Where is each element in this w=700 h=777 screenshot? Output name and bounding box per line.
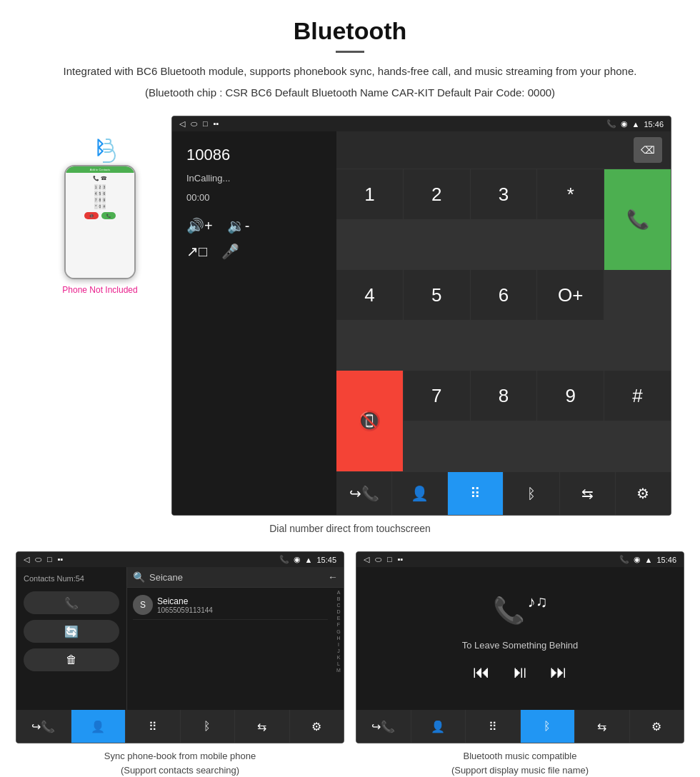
call-button[interactable]: 📞 [24, 591, 119, 614]
contacts-body: Contacts Num:54 📞 🔄 🗑 🔍 Seicane ← [16, 567, 344, 710]
call-answer-button[interactable]: 📞 [604, 169, 671, 270]
c-wifi-icon: ▲ [305, 556, 313, 564]
main-content: ᛒ Add to Contacts 📞 ☎ 1 2 3 [0, 109, 700, 777]
contact-avatar: S [133, 595, 153, 615]
volume-up-button[interactable]: 🔊+ [186, 217, 213, 234]
ct-keypad[interactable]: ⠿ [126, 710, 180, 743]
page-description: Integrated with BC6 Bluetooth module, su… [43, 63, 657, 80]
toolbar-contacts[interactable]: 👤 [392, 472, 447, 515]
sync-button[interactable]: 🔄 [24, 620, 119, 643]
ct-bluetooth[interactable]: ᛒ [181, 710, 235, 743]
contact-item-seicane[interactable]: S Seicane 10655059113144 [133, 591, 328, 620]
music-status-left: ◁ ⬭ □ ▪▪ [364, 555, 403, 564]
toolbar-keypad[interactable]: ⠿ [448, 472, 503, 515]
contacts-status-right: 📞 ◉ ▲ 15:45 [279, 555, 336, 564]
phone-key-4: 4 [94, 191, 98, 196]
contacts-caption-line2: (Support contacts searching) [121, 765, 239, 776]
mute-button[interactable]: 🎤 [221, 243, 239, 260]
key-6[interactable]: 6 [471, 270, 537, 320]
key-4[interactable]: 4 [336, 270, 403, 320]
key-8[interactable]: 8 [471, 371, 537, 421]
c-sim-icon: ▪▪ [58, 555, 64, 564]
home-icon: ⬭ [191, 119, 197, 129]
volume-down-button[interactable]: 🔉- [227, 217, 250, 234]
key-1[interactable]: 1 [336, 169, 403, 219]
dialer-body: 10086 InCalling... 00:00 🔊+ 🔉- ↗□ 🎤 [172, 131, 671, 515]
delete-button[interactable]: 🗑 [24, 648, 119, 671]
contacts-list: S Seicane 10655059113144 [127, 588, 334, 710]
toolbar-call-fwd[interactable]: ↪📞 [336, 472, 391, 515]
backspace-button[interactable]: ⌫ [634, 137, 662, 163]
phone-key-8: 8 [99, 197, 102, 203]
dialer-keypad: ⌫ 1 2 3 * 📞 4 5 6 O+ 📵 7 [336, 131, 671, 515]
dialer-status-bar: ◁ ⬭ □ ▪▪ 📞 ◉ ▲ 15:46 [172, 116, 671, 131]
bottom-section: ◁ ⬭ □ ▪▪ 📞 ◉ ▲ 15:45 [14, 551, 686, 777]
call-end-button[interactable]: 📵 [336, 371, 403, 471]
mt-keypad[interactable]: ⠿ [466, 710, 520, 743]
c-back-icon: ◁ [24, 555, 29, 564]
mt-contacts[interactable]: 👤 [411, 710, 466, 743]
key-2[interactable]: 2 [404, 169, 470, 219]
key-star[interactable]: * [537, 169, 604, 219]
phone-key-2: 2 [99, 184, 102, 190]
toolbar-bluetooth[interactable]: ᛒ [504, 472, 559, 515]
ct-transfer[interactable]: ⇆ [235, 710, 289, 743]
music-status-right: 📞 ◉ ▲ 15:46 [619, 555, 676, 564]
time-display: 15:46 [644, 120, 664, 129]
toolbar-transfer[interactable]: ⇆ [560, 472, 615, 515]
transfer-call-button[interactable]: ↗□ [186, 243, 207, 260]
key-7[interactable]: 7 [404, 371, 470, 421]
page-header: Bluetooth Integrated with BC6 Bluetooth … [0, 0, 700, 109]
toolbar-settings[interactable]: ⚙ [616, 472, 671, 515]
phone-key-7: 7 [94, 197, 98, 203]
top-section: ᛒ Add to Contacts 📞 ☎ 1 2 3 [14, 116, 686, 516]
m-home-icon: ⬭ [375, 555, 381, 564]
key-5[interactable]: 5 [404, 270, 470, 320]
phone-key-9: 9 [102, 197, 106, 203]
alpha-L: L [337, 661, 340, 667]
bluetooth-info: (Bluetooth chip : CSR BC6 Default Blueto… [43, 84, 657, 101]
music-icon-area: 📞 ♪♫ [493, 596, 548, 626]
music-controls: ⏮ ⏯ ⏭ [473, 662, 567, 682]
alphabet-sidebar: A B C D E F G H I J K L [334, 588, 344, 710]
phone-key-star: * [94, 204, 98, 209]
m-back-icon: ◁ [364, 555, 369, 564]
mt-settings[interactable]: ⚙ [630, 710, 684, 743]
dialer-volume-row: 🔊+ 🔉- [186, 217, 322, 234]
contacts-left-panel: Contacts Num:54 📞 🔄 🗑 [16, 567, 127, 710]
key-3[interactable]: 3 [471, 169, 537, 219]
dial-caption: Dial number direct from touchscreen [269, 523, 431, 534]
dialer-status: InCalling... [186, 173, 322, 184]
ct-settings[interactable]: ⚙ [290, 710, 344, 743]
key-0plus[interactable]: O+ [537, 270, 604, 320]
ct-contacts[interactable]: 👤 [71, 710, 126, 743]
next-track-button[interactable]: ⏭ [550, 662, 567, 682]
contacts-back-icon[interactable]: ← [328, 571, 338, 583]
play-pause-button[interactable]: ⏯ [511, 662, 529, 682]
mt-bluetooth[interactable]: ᛒ [521, 710, 575, 743]
mt-call-fwd[interactable]: ↪📞 [356, 710, 411, 743]
contacts-list-area: S Seicane 10655059113144 A B [127, 588, 344, 710]
music-phone-icon: 📞 [493, 596, 525, 626]
phone-status-icon: 📞 [606, 119, 616, 129]
music-caption: Bluetooth music compatible (Support disp… [451, 749, 589, 777]
phone-area: ᛒ Add to Contacts 📞 ☎ 1 2 3 [29, 116, 171, 295]
m-time: 15:46 [656, 556, 676, 564]
music-status-bar: ◁ ⬭ □ ▪▪ 📞 ◉ ▲ 15:46 [356, 552, 684, 567]
key-9[interactable]: 9 [537, 371, 604, 421]
dialer-timer: 00:00 [186, 192, 322, 203]
music-body: 📞 ♪♫ To Leave Something Behind ⏮ ⏯ ⏭ [356, 567, 684, 710]
contact-number: 10655059113144 [157, 606, 213, 614]
status-right: 📞 ◉ ▲ 15:46 [606, 119, 664, 129]
search-text[interactable]: Seicane [149, 572, 324, 583]
prev-track-button[interactable]: ⏮ [473, 662, 490, 682]
status-left: ◁ ⬭ □ ▪▪ [179, 119, 219, 129]
alpha-D: D [336, 608, 340, 615]
alpha-J: J [337, 648, 340, 654]
phone-key-3: 3 [102, 184, 106, 190]
ct-call-fwd[interactable]: ↪📞 [16, 710, 71, 743]
key-hash[interactable]: # [604, 371, 671, 421]
mt-transfer[interactable]: ⇆ [575, 710, 629, 743]
location-icon: ◉ [621, 119, 628, 129]
dialer-number: 10086 [186, 146, 322, 164]
